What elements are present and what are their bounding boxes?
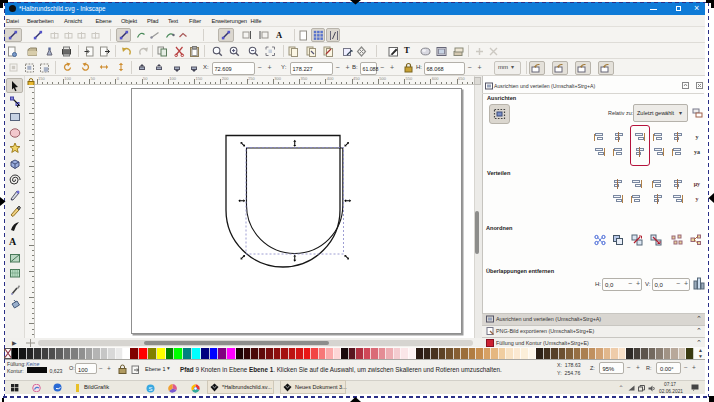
svg-text:S: S — [148, 385, 152, 391]
